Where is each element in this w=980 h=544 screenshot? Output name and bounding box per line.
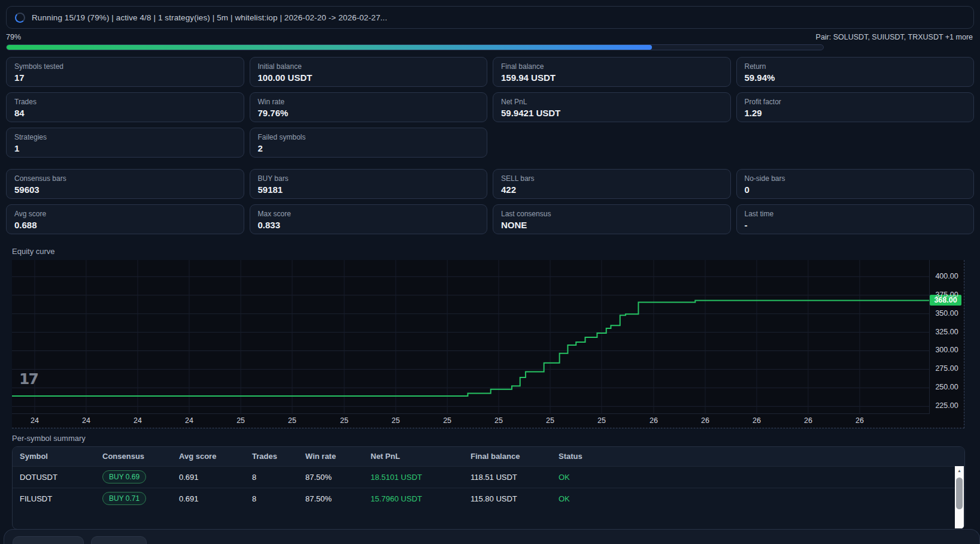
equity-curve-chart[interactable]: 17 368.00 400.00375.00350.00325.00300.00…	[12, 260, 964, 428]
x-axis-tick: 25	[387, 416, 404, 425]
x-axis-tick: 25	[593, 416, 610, 425]
column-header-trades: Trades	[245, 447, 298, 466]
chart-price-scale[interactable]: 368.00 400.00375.00350.00325.00300.00275…	[930, 260, 964, 413]
loading-spinner-icon	[15, 13, 25, 23]
cell-status: OK	[551, 488, 964, 509]
cell-net_pnl: 15.7960 USDT	[363, 488, 463, 509]
y-axis-tick: 225.00	[930, 401, 964, 410]
cell-avg_score: 0.691	[172, 488, 245, 509]
x-axis-tick: 25	[284, 416, 301, 425]
pair-label: Pair: SOLUSDT, SUIUSDT, TRXUSDT +1 more	[816, 33, 973, 41]
stat-card-final-balance: Final balance159.94 USDT	[493, 57, 731, 87]
chart-plot-area[interactable]: 17	[12, 260, 930, 413]
stat-value: 2	[258, 143, 480, 153]
scrollbar-up-arrow-icon[interactable]: ▲	[955, 466, 964, 475]
progress-percent-label: 79%	[6, 33, 21, 41]
stat-label: Win rate	[258, 98, 480, 106]
column-header-net-pnl: Net PnL	[363, 447, 463, 466]
x-axis-tick: 24	[26, 416, 43, 425]
stat-label: Return	[745, 62, 966, 71]
stat-value: 59181	[258, 185, 480, 195]
y-axis-tick: 300.00	[930, 346, 964, 354]
x-axis-tick: 26	[851, 416, 868, 425]
table-body: DOTUSDTBUY 0.690.691887.50%18.5101 USDT1…	[13, 466, 964, 509]
y-axis-tick: 350.00	[930, 309, 964, 318]
equity-curve-title: Equity curve	[12, 247, 974, 256]
stat-value: 79.76%	[258, 108, 480, 118]
stat-card-profit-factor: Profit factor1.29	[736, 92, 975, 122]
tradingview-logo: 17	[19, 370, 38, 388]
y-axis-tick: 325.00	[930, 328, 964, 336]
stat-label: BUY bars	[258, 174, 480, 183]
stat-value: 59.9421 USDT	[501, 108, 723, 118]
next-step-button[interactable]: Next step	[91, 536, 147, 544]
stat-value: 0.688	[14, 220, 236, 230]
stat-card-buy-bars: BUY bars59181	[250, 169, 488, 199]
stat-value: 59603	[14, 185, 236, 195]
x-axis-tick: 24	[78, 416, 95, 425]
stats-grid-primary: Symbols tested17Initial balance100.00 US…	[6, 57, 974, 158]
stat-label: Profit factor	[745, 98, 966, 106]
stat-card-last-consensus: Last consensusNONE	[493, 204, 731, 234]
column-header-consensus: Consensus	[95, 447, 172, 466]
stat-value: 159.94 USDT	[501, 72, 723, 83]
stat-card-initial-balance: Initial balance100.00 USDT	[250, 57, 488, 87]
progress-bar-fill	[7, 45, 652, 50]
x-axis-tick: 25	[439, 416, 456, 425]
column-header-avg-score: Avg score	[172, 447, 245, 466]
per-symbol-summary-title: Per-symbol summary	[12, 434, 974, 443]
y-axis-tick: 250.00	[930, 383, 964, 391]
table-row-filusdt[interactable]: FILUSDTBUY 0.710.691887.50%15.7960 USDT1…	[13, 488, 964, 509]
cell-win_rate: 87.50%	[298, 466, 363, 488]
stat-card-sell-bars: SELL bars422	[493, 169, 731, 199]
x-axis-tick: 26	[800, 416, 817, 425]
stat-value: 1	[14, 143, 236, 153]
backtest-page: Running 15/19 (79%) | active 4/8 | 1 str…	[0, 0, 980, 530]
cell-final_balance: 118.51 USDT	[463, 466, 551, 488]
stat-value: 100.00 USDT	[258, 72, 480, 83]
stat-value: 422	[501, 185, 723, 195]
stat-value: -	[745, 220, 966, 230]
column-header-symbol: Symbol	[13, 447, 95, 466]
cell-symbol: FILUSDT	[13, 488, 95, 509]
x-axis-tick: 26	[645, 416, 662, 425]
stat-label: Strategies	[14, 133, 236, 141]
consensus-pill: BUY 0.69	[102, 470, 146, 483]
stat-card-consensus-bars: Consensus bars59603	[6, 169, 244, 199]
x-axis-tick: 24	[129, 416, 146, 425]
stat-value: 0.833	[258, 220, 480, 230]
stat-card-trades: Trades84	[6, 92, 244, 122]
stat-card-win-rate: Win rate79.76%	[250, 92, 488, 122]
previous-step-button[interactable]: Previous step	[13, 536, 84, 544]
stat-label: Max score	[258, 210, 480, 218]
stat-label: Consensus bars	[14, 174, 236, 183]
x-axis-tick: 25	[542, 416, 559, 425]
scrollbar-thumb[interactable]	[956, 477, 963, 509]
progress-header: 79% Pair: SOLUSDT, SUIUSDT, TRXUSDT +1 m…	[6, 33, 973, 41]
x-axis-tick: 25	[336, 416, 353, 425]
cell-consensus: BUY 0.69	[95, 466, 172, 488]
wizard-footer: Previous step Next step	[4, 529, 980, 544]
x-axis-tick: 26	[697, 416, 714, 425]
per-symbol-table: SymbolConsensusAvg scoreTradesWin rateNe…	[13, 447, 964, 509]
x-axis-tick: 26	[748, 416, 765, 425]
table-row-dotusdt[interactable]: DOTUSDTBUY 0.690.691887.50%18.5101 USDT1…	[13, 466, 964, 488]
stats-grid-secondary: Consensus bars59603BUY bars59181SELL bar…	[6, 169, 974, 234]
stat-value: NONE	[501, 220, 723, 230]
stat-value: 84	[14, 108, 236, 118]
y-axis-tick: 275.00	[930, 364, 964, 373]
stat-label: No-side bars	[745, 174, 966, 183]
cell-avg_score: 0.691	[172, 466, 245, 488]
table-scrollbar[interactable]: ▲	[955, 466, 964, 528]
cell-net_pnl: 18.5101 USDT	[363, 466, 463, 488]
x-axis-tick: 25	[490, 416, 507, 425]
cell-consensus: BUY 0.71	[95, 488, 172, 509]
chart-time-scale[interactable]: 2424242425252525252525252626262626	[12, 413, 930, 428]
column-header-final-balance: Final balance	[463, 447, 551, 466]
table-header-row: SymbolConsensusAvg scoreTradesWin rateNe…	[13, 447, 964, 466]
column-header-win-rate: Win rate	[298, 447, 363, 466]
stat-label: Symbols tested	[14, 62, 236, 71]
stat-label: Initial balance	[258, 62, 480, 71]
cell-status: OK	[551, 466, 964, 488]
stat-card-strategies: Strategies1	[6, 128, 244, 158]
